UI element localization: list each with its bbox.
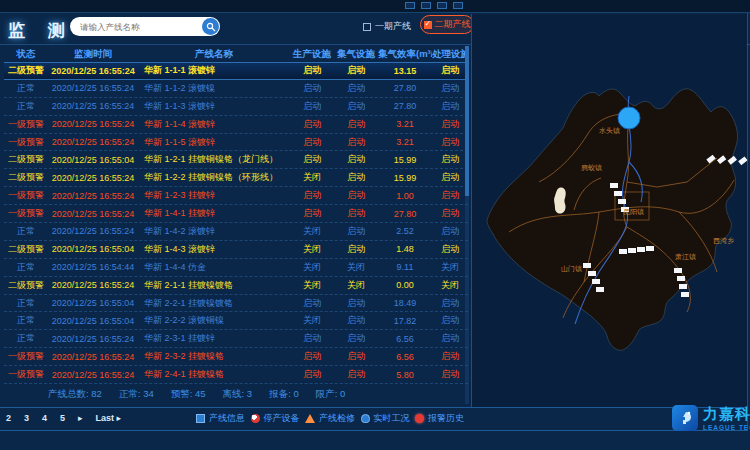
summary-item: 离线: 3 [223, 388, 253, 401]
cell-proc: 关闭 [432, 261, 468, 274]
window-top-strip [0, 0, 750, 13]
cell-proc: 关闭 [432, 279, 468, 292]
table-row[interactable]: 正常2020/12/25 16:55:04华新 2-2-2 滚镀铜镍关闭启动17… [4, 312, 468, 330]
cell-eff: 27.80 [378, 101, 432, 111]
map-marker[interactable] [618, 107, 640, 129]
cell-proc: 启动 [432, 153, 468, 166]
cell-status: 一级预警 [4, 207, 48, 220]
cell-name: 华新 1-1-5 滚镀锌 [138, 136, 290, 149]
cell-gas: 启动 [334, 189, 378, 202]
cell-status: 正常 [4, 225, 48, 238]
legend-label: 实时工况 [374, 412, 410, 425]
next-page-button[interactable]: ▸ [78, 413, 83, 423]
summary-item: 预警: 45 [171, 388, 206, 401]
column-header: 处理设施 [432, 48, 468, 61]
monitor-table: 状态监测时间产线名称生产设施集气设施集气效率(m³/s)处理设施 二级预警202… [4, 46, 468, 384]
window-controls[interactable] [405, 2, 463, 9]
cell-gas: 启动 [334, 82, 378, 95]
last-page-button[interactable]: Last ▸ [96, 413, 122, 423]
legend-toggle-gauge[interactable]: 实时工况 [361, 412, 410, 425]
cell-eff: 27.80 [378, 83, 432, 93]
table-row[interactable]: 一级预警2020/12/25 16:55:24华新 1-4-1 挂镀锌启动启动2… [4, 205, 468, 223]
page-button[interactable]: 2 [6, 413, 11, 423]
cell-gas: 启动 [334, 368, 378, 381]
cell-eff: 15.99 [378, 155, 432, 165]
cell-time: 2020/12/25 16:55:24 [48, 209, 138, 219]
legend-toggle-dot[interactable]: 报警历史 [415, 412, 464, 425]
page-button[interactable]: 3 [24, 413, 29, 423]
cell-eff: 6.56 [378, 352, 432, 362]
table-row[interactable]: 一级预警2020/12/25 16:55:24华新 2-3-2 挂镀镍铬启动启动… [4, 348, 468, 366]
phase1-checkbox[interactable]: 一期产线 [363, 20, 411, 33]
cell-status: 二级预警 [4, 64, 48, 77]
table-row[interactable]: 二级预警2020/12/25 16:55:24华新 1-2-2 挂镀铜镍铬（环形… [4, 169, 468, 187]
table-row[interactable]: 正常2020/12/25 16:55:24华新 1-4-2 滚镀锌关闭启动2.5… [4, 223, 468, 241]
panel-right-border [747, 13, 748, 431]
search-button[interactable] [202, 18, 219, 35]
table-row[interactable]: 正常2020/12/25 16:55:24华新 1-1-3 滚镀锌启动启动27.… [4, 98, 468, 116]
cell-status: 正常 [4, 82, 48, 95]
cell-name: 华新 1-4-2 滚镀锌 [138, 225, 290, 238]
cell-prod: 启动 [290, 207, 334, 220]
column-header: 状态 [4, 48, 48, 61]
cell-prod: 启动 [290, 64, 334, 77]
cell-eff: 2.52 [378, 226, 432, 236]
cell-prod: 启动 [290, 189, 334, 202]
cell-status: 正常 [4, 261, 48, 274]
table-row[interactable]: 一级预警2020/12/25 16:55:24华新 1-1-4 滚镀锌启动启动3… [4, 116, 468, 134]
cell-gas: 启动 [334, 118, 378, 131]
summary-item: 正常: 34 [119, 388, 154, 401]
window-control-box[interactable] [453, 2, 463, 9]
legend-toggle-square[interactable]: 产线信息 [196, 412, 245, 425]
table-row[interactable]: 正常2020/12/25 16:55:24华新 1-1-2 滚镀镍启动启动27.… [4, 80, 468, 98]
cell-status: 正常 [4, 332, 48, 345]
cell-name: 华新 2-1-1 挂镀镍镀铬 [138, 279, 290, 292]
legend-toggle-triangle[interactable]: 产线检修 [305, 412, 355, 425]
table-row[interactable]: 一级预警2020/12/25 16:55:24华新 2-4-1 挂镀镍铬启动启动… [4, 366, 468, 384]
district-map[interactable] [479, 62, 750, 352]
cell-name: 华新 2-3-2 挂镀镍铬 [138, 350, 290, 363]
summary-item: 产线总数: 82 [48, 388, 102, 401]
cell-time: 2020/12/25 16:55:24 [48, 101, 138, 111]
table-row[interactable]: 一级预警2020/12/25 16:55:24华新 1-2-3 挂镀锌启动启动1… [4, 187, 468, 205]
cell-proc: 启动 [432, 225, 468, 238]
brand-logo-icon [672, 405, 698, 431]
cell-eff: 9.11 [378, 262, 432, 272]
cell-time: 2020/12/25 16:55:24 [48, 191, 138, 201]
scrollbar-thumb[interactable] [465, 46, 469, 196]
cell-time: 2020/12/25 16:55:24 [48, 226, 138, 236]
cell-gas: 启动 [334, 314, 378, 327]
page-button[interactable]: 4 [42, 413, 47, 423]
checkbox-unchecked-icon [363, 23, 371, 31]
brand-name-en: LEAGUE TECH [703, 424, 750, 431]
table-row[interactable]: 二级预警2020/12/25 16:55:04华新 1-2-1 挂镀铜镍铬（龙门… [4, 151, 468, 169]
table-scrollbar[interactable] [465, 46, 469, 404]
cell-time: 2020/12/25 16:55:24 [48, 352, 138, 362]
phase2-checkbox[interactable]: 二期产线 [420, 15, 474, 34]
table-row[interactable]: 正常2020/12/25 16:54:44华新 1-4-4 仿金关闭关闭9.11… [4, 259, 468, 277]
cell-name: 华新 2-2-1 挂镀镍镀铬 [138, 297, 290, 310]
table-row[interactable]: 正常2020/12/25 16:55:24华新 2-3-1 挂镀锌启动启动6.5… [4, 330, 468, 348]
table-row[interactable]: 正常2020/12/25 16:55:04华新 2-2-1 挂镀镍镀铬启动启动1… [4, 295, 468, 313]
window-control-box[interactable] [437, 2, 447, 9]
column-header: 集气设施 [334, 48, 378, 61]
cell-time: 2020/12/25 16:55:24 [48, 173, 138, 183]
window-control-box[interactable] [421, 2, 431, 9]
search-input[interactable] [70, 22, 202, 32]
legend-toggle-circle-red[interactable]: 停产设备 [251, 412, 300, 425]
cell-eff: 5.80 [378, 370, 432, 380]
cell-time: 2020/12/25 16:55:24 [48, 334, 138, 344]
phase1-label: 一期产线 [375, 20, 411, 33]
table-row[interactable]: 二级预警2020/12/25 16:55:24华新 1-1-1 滚镀锌启动启动1… [4, 62, 468, 80]
legend-label: 停产设备 [264, 412, 300, 425]
page-button[interactable]: 5 [60, 413, 65, 423]
legend-label: 产线检修 [319, 412, 355, 425]
table-row[interactable]: 二级预警2020/12/25 16:55:04华新 1-4-3 滚镀锌关闭启动1… [4, 241, 468, 259]
cell-eff: 1.00 [378, 191, 432, 201]
window-control-box[interactable] [405, 2, 415, 9]
table-row[interactable]: 一级预警2020/12/25 16:55:24华新 1-1-5 滚镀锌启动启动3… [4, 134, 468, 152]
cell-eff: 17.82 [378, 316, 432, 326]
cell-prod: 启动 [290, 350, 334, 363]
table-row[interactable]: 二级预警2020/12/25 16:55:24华新 2-1-1 挂镀镍镀铬关闭关… [4, 277, 468, 295]
search-box [70, 17, 220, 36]
